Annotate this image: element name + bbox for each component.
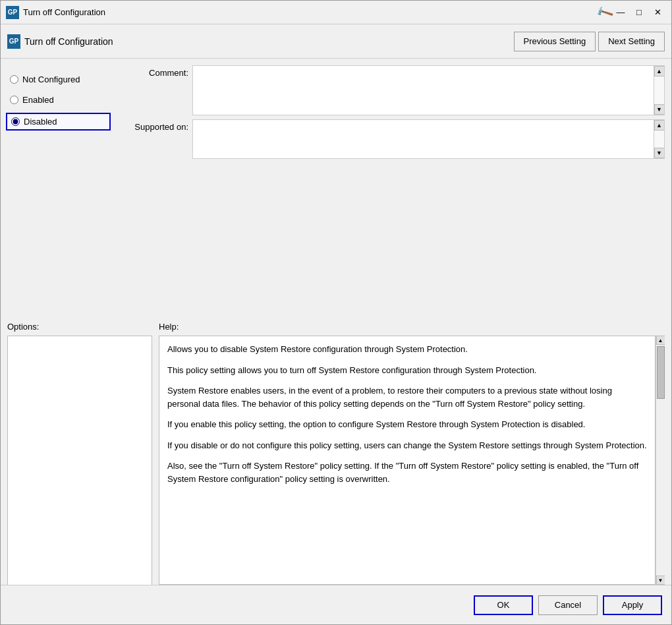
supported-scroll-up[interactable]: ▲ [654, 120, 665, 131]
comment-scrollbar[interactable]: ▲ ▼ [654, 66, 664, 115]
help-p1: Allows you to disable System Restore con… [167, 343, 647, 356]
options-help-section: Options: Help: Allows you to disable Sys… [1, 322, 671, 585]
supported-box: ▲ ▼ [192, 119, 665, 159]
right-panel: Comment: ▲ ▼ Supported on: ▲ ▼ [116, 59, 671, 322]
comment-box[interactable]: ▲ ▼ [192, 65, 665, 115]
radio-group: Not Configured Enabled Disabled [6, 72, 111, 131]
comment-row: Comment: ▲ ▼ [116, 65, 665, 115]
supported-scroll-down[interactable]: ▼ [654, 148, 665, 158]
help-scroll-down[interactable]: ▼ [656, 576, 665, 585]
left-panel: Not Configured Enabled Disabled [1, 59, 116, 322]
title-bar: GP Turn off Configuration 🔨 — □ ✕ [1, 1, 671, 24]
apply-button[interactable]: Apply [603, 595, 662, 615]
supported-scrollbar[interactable]: ▲ ▼ [654, 120, 664, 158]
enabled-label: Enabled [22, 95, 54, 105]
not-configured-label: Not Configured [22, 74, 80, 84]
help-scroll-thumb[interactable] [657, 346, 665, 399]
help-p3: System Restore enables users, in the eve… [167, 384, 647, 410]
supported-scroll-track [654, 131, 664, 148]
header-icon: GP [7, 35, 20, 48]
comment-scroll-track [654, 76, 664, 104]
bottom-bar: OK Cancel Apply [1, 585, 671, 624]
help-label: Help: [159, 322, 665, 332]
help-box: Allows you to disable System Restore con… [159, 336, 656, 585]
comment-label: Comment: [116, 65, 188, 78]
disabled-option[interactable]: Disabled [6, 113, 111, 131]
minimize-button[interactable]: — [612, 5, 629, 20]
window-icon: GP [6, 6, 19, 19]
ok-button[interactable]: OK [474, 595, 533, 615]
supported-row: Supported on: ▲ ▼ [116, 119, 665, 159]
next-setting-button[interactable]: Next Setting [598, 32, 665, 51]
title-controls: — □ ✕ [612, 5, 666, 20]
help-scrollbar[interactable]: ▲ ▼ [656, 336, 665, 585]
options-area: Options: [7, 322, 152, 585]
window-title: Turn off Configuration [23, 7, 598, 17]
nav-buttons: Previous Setting Next Setting [514, 32, 665, 51]
maximize-button[interactable]: □ [630, 5, 648, 20]
header-title: Turn off Configuration [24, 36, 514, 47]
help-p6: Also, see the "Turn off System Restore" … [167, 460, 647, 485]
not-configured-radio[interactable] [10, 75, 18, 84]
help-p5: If you disable or do not configure this … [167, 439, 647, 452]
disabled-radio[interactable] [11, 117, 20, 126]
help-scroll-up[interactable]: ▲ [656, 336, 665, 345]
enabled-radio[interactable] [10, 96, 18, 104]
supported-label: Supported on: [116, 119, 188, 132]
main-window: GP Turn off Configuration 🔨 — □ ✕ GP Tur… [0, 0, 672, 625]
options-label: Options: [7, 322, 152, 332]
help-area: Help: Allows you to disable System Resto… [159, 322, 665, 585]
comment-scroll-down[interactable]: ▼ [654, 104, 665, 115]
prev-setting-button[interactable]: Previous Setting [514, 32, 596, 51]
header-row: GP Turn off Configuration Previous Setti… [1, 24, 671, 59]
help-p4: If you enable this policy setting, the o… [167, 418, 647, 431]
options-box [7, 336, 152, 585]
content-area: Not Configured Enabled Disabled Comment: [1, 59, 671, 322]
help-scroll-track [657, 345, 665, 576]
close-button[interactable]: ✕ [649, 5, 666, 20]
comment-scroll-up[interactable]: ▲ [654, 66, 665, 76]
cancel-button[interactable]: Cancel [538, 595, 598, 615]
disabled-label: Disabled [24, 117, 57, 127]
help-p2: This policy setting allows you to turn o… [167, 364, 647, 377]
enabled-option[interactable]: Enabled [6, 92, 111, 107]
not-configured-option[interactable]: Not Configured [6, 72, 111, 87]
